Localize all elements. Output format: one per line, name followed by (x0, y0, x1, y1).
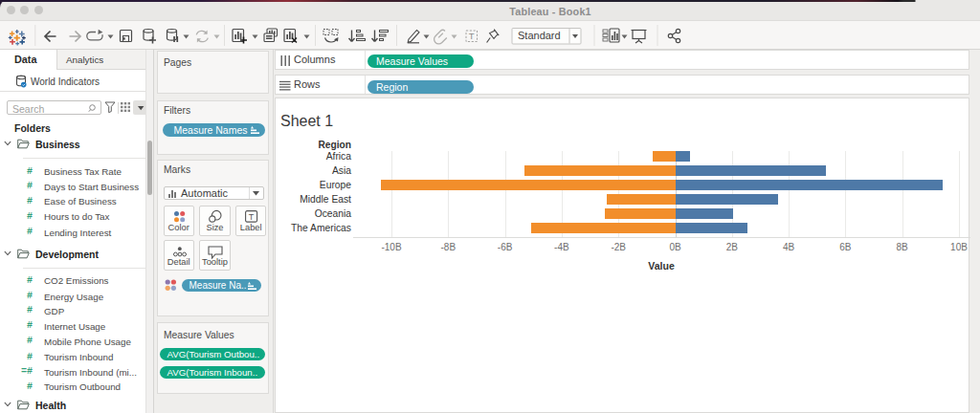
svg-text:T: T (249, 212, 255, 222)
svg-text:Standard: Standard (518, 30, 561, 41)
svg-text:T: T (469, 31, 475, 41)
